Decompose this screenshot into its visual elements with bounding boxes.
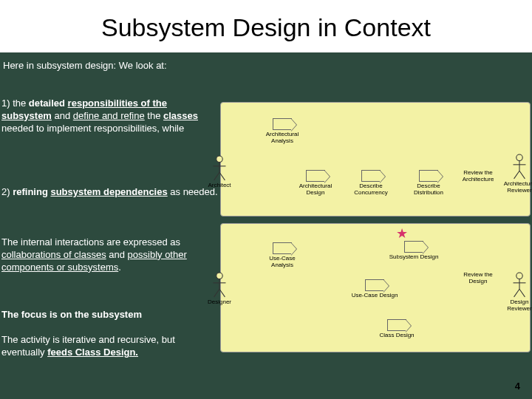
architectural-design-activity: Architectural Design: [292, 170, 339, 197]
paragraph-3: The internal interactions are expressed …: [1, 236, 223, 274]
describe-distribution-activity: Describe Distribution: [405, 170, 452, 197]
review-design-label: Review the Design: [458, 272, 498, 285]
design-reviewer-actor: Design Reviewer: [501, 272, 532, 312]
svg-line-4: [219, 172, 225, 180]
svg-point-15: [516, 273, 522, 279]
svg-point-0: [216, 156, 222, 162]
svg-line-19: [519, 289, 525, 297]
svg-line-18: [514, 289, 519, 297]
star-icon: ★: [396, 225, 408, 242]
architectural-analysis-activity: Architectural Analysis: [259, 118, 306, 145]
describe-concurrency-activity: Describe Concurrency: [347, 170, 395, 197]
svg-point-5: [516, 154, 522, 160]
slide-title: Subsystem Design in Context: [0, 0, 532, 48]
svg-line-8: [514, 171, 519, 179]
person-icon: [211, 155, 228, 182]
svg-line-3: [214, 172, 219, 180]
intro-text: Here in subsystem design: We look at:: [0, 52, 532, 77]
paragraph-4: The focus is on the subsystem: [1, 309, 223, 321]
paragraph-5: The activity is iterative and recursive,…: [1, 334, 201, 359]
person-icon: [511, 272, 528, 299]
svg-line-9: [519, 171, 525, 179]
page-number: 4: [515, 381, 520, 392]
class-design-activity: Class Design: [373, 319, 420, 339]
paragraph-2: 2) refining subsystem dependencies as ne…: [1, 186, 223, 199]
review-architecture-label: Review the Architecture: [458, 170, 498, 183]
workflow-diagram: Architect Architecture Reviewer Designer…: [207, 96, 532, 377]
use-case-design-activity: Use-Case Design: [351, 279, 398, 299]
architect-actor: Architect: [201, 155, 238, 188]
use-case-analysis-activity: Use-Case Analysis: [259, 242, 306, 269]
paragraph-1: 1) the detailed responsibilities of the …: [1, 98, 219, 135]
svg-line-14: [219, 289, 225, 297]
subsystem-design-activity: Subsystem Design: [381, 241, 447, 261]
person-icon: [511, 154, 528, 180]
svg-line-13: [214, 289, 219, 297]
person-icon: [211, 272, 228, 299]
svg-point-10: [216, 273, 222, 279]
architecture-reviewer-actor: Architecture Reviewer: [501, 154, 532, 194]
designer-actor: Designer: [201, 272, 238, 305]
